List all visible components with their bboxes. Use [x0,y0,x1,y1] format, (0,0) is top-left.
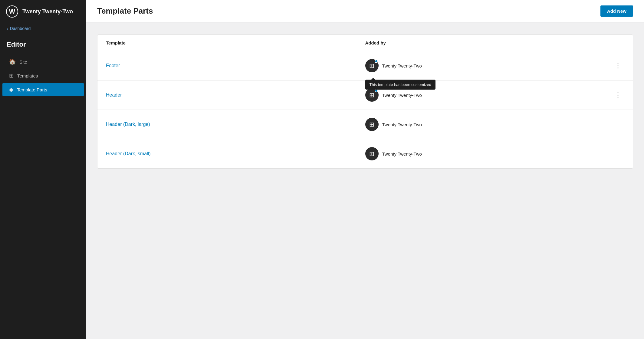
page-title: Template Parts [97,6,153,16]
sidebar-item-templates[interactable]: ⊞ Templates [2,69,84,82]
table-header: Template Added by [97,35,633,51]
theme-name-header-dark-large: Twenty Twenty-Two [382,122,422,127]
theme-icon-header-dark-large: ⊞ [365,118,379,131]
wp-logo: W [6,5,18,18]
add-new-button[interactable]: Add New [600,5,633,17]
added-by-cell-header: ⊞ Twenty Twenty-Two ⋮ [365,88,625,102]
layout-icon: ⊞ [369,91,374,99]
templates-icon: ⊞ [9,72,14,79]
table-row: Footer ⊞ Twenty Twenty-Two ⋮ This templa… [97,51,633,81]
home-icon: 🏠 [9,58,16,65]
layout-icon: ⊞ [369,121,374,128]
sidebar-nav: 🏠 Site ⊞ Templates ◆ Template Parts [0,54,86,97]
sidebar-header: W Twenty Twenty-Two [0,0,86,23]
more-options-header[interactable]: ⋮ [612,91,624,100]
layout-icon: ⊞ [369,62,374,69]
table-row: Header (Dark, large) ⊞ Twenty Twenty-Two [97,110,633,139]
template-link-header[interactable]: Header [106,92,365,98]
template-link-header-dark-large[interactable]: Header (Dark, large) [106,122,365,127]
site-title: Twenty Twenty-Two [22,8,73,15]
sidebar-item-site-label: Site [19,59,27,64]
sidebar-item-templates-label: Templates [17,73,38,78]
sidebar-item-template-parts-label: Template Parts [17,87,47,92]
table-row: Header ⊞ Twenty Twenty-Two ⋮ [97,81,633,110]
theme-icon-header-dark-small: ⊞ [365,147,379,160]
added-by-cell-header-dark-large: ⊞ Twenty Twenty-Two [365,118,625,131]
template-link-footer[interactable]: Footer [106,63,365,68]
sidebar: W Twenty Twenty-Two ‹ Dashboard Editor 🏠… [0,0,86,339]
theme-name-header-dark-small: Twenty Twenty-Two [382,151,422,156]
template-parts-table: Template Added by Footer ⊞ Twenty Twenty… [97,35,633,169]
customized-dot [375,60,378,63]
col-template-label: Template [106,40,365,45]
layout-icon: ⊞ [369,150,374,157]
theme-icon-header: ⊞ [365,88,379,102]
theme-name-header: Twenty Twenty-Two [382,93,422,98]
table-row: Header (Dark, small) ⊞ Twenty Twenty-Two [97,139,633,168]
chevron-left-icon: ‹ [7,26,8,31]
sidebar-item-site[interactable]: 🏠 Site [2,55,84,68]
col-added-by-label: Added by [365,40,625,45]
main-content: Template Added by Footer ⊞ Twenty Twenty… [86,22,644,181]
added-by-cell-footer: ⊞ Twenty Twenty-Two ⋮ This template has … [365,59,625,72]
sidebar-item-template-parts[interactable]: ◆ Template Parts [2,83,84,96]
main-content-area: Template Parts Add New Template Added by… [86,0,644,339]
customized-dot [375,89,378,92]
template-link-header-dark-small[interactable]: Header (Dark, small) [106,151,365,156]
dashboard-label: Dashboard [10,26,31,31]
theme-icon-footer: ⊞ [365,59,379,72]
more-options-footer[interactable]: ⋮ [612,61,624,70]
theme-name-footer: Twenty Twenty-Two [382,63,422,68]
dashboard-link[interactable]: ‹ Dashboard [0,23,86,36]
added-by-cell-header-dark-small: ⊞ Twenty Twenty-Two [365,147,625,160]
editor-section-title: Editor [0,36,86,54]
template-parts-icon: ◆ [9,86,13,93]
main-header: Template Parts Add New [86,0,644,22]
